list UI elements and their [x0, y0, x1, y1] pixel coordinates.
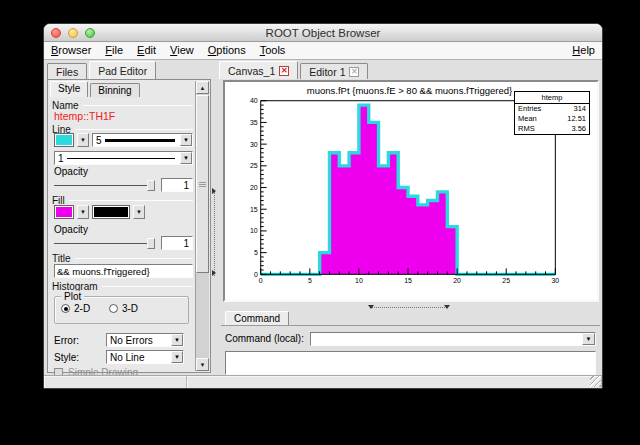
fill-opacity-label: Opacity	[54, 224, 88, 235]
radio-2d[interactable]: 2-D	[61, 303, 90, 314]
splitter-arrow-icon[interactable]	[212, 188, 216, 194]
svg-text:25: 25	[250, 162, 258, 169]
root-canvas[interactable]: 0510152025300510152025303540 muons.fPt {…	[223, 80, 599, 302]
slider-thumb[interactable]	[147, 238, 155, 249]
object-name-label: htemp::TH1F	[54, 110, 115, 122]
scrollbar-thumb[interactable]	[196, 95, 209, 273]
svg-text:25: 25	[502, 277, 510, 284]
canvas-panel: Canvas_1 ✕ Editor 1 ✕ 051015202530051015…	[219, 61, 600, 373]
line-style-combobox[interactable]: 1 ▼	[54, 151, 193, 165]
stats-row: RMS3.56	[515, 124, 589, 134]
title-group-header: Title	[52, 253, 193, 264]
chevron-down-icon: ▼	[80, 209, 86, 215]
close-tab-icon: ✕	[349, 67, 359, 77]
scroll-up-button[interactable]: ▲	[196, 81, 209, 94]
chevron-down-icon: ▼	[136, 209, 142, 215]
menu-browser[interactable]: Browser	[44, 44, 98, 56]
radio-3d[interactable]: 3-D	[109, 303, 138, 314]
command-output-area[interactable]	[225, 351, 596, 375]
splitter-arrow-icon[interactable]	[444, 305, 450, 309]
window-title: ROOT Object Browser	[44, 24, 602, 42]
line-opacity-label: Opacity	[54, 166, 88, 177]
menu-view[interactable]: View	[163, 44, 201, 56]
menu-tools[interactable]: Tools	[253, 44, 293, 56]
chevron-down-icon: ▼	[171, 351, 183, 363]
svg-text:5: 5	[308, 277, 312, 284]
splitter-arrow-icon[interactable]	[212, 270, 216, 276]
line-color-swatch[interactable]	[54, 133, 74, 147]
line-opacity-value[interactable]	[161, 178, 193, 192]
scroll-down-button[interactable]: ▼	[196, 358, 209, 371]
title-field[interactable]	[54, 264, 193, 278]
chevron-down-icon: ▼	[171, 334, 183, 346]
svg-text:0: 0	[254, 271, 258, 278]
chevron-down-icon: ▼	[180, 152, 192, 164]
svg-text:10: 10	[355, 277, 363, 284]
style-label: Style:	[54, 352, 96, 363]
vertical-splitter[interactable]	[211, 60, 219, 375]
svg-text:15: 15	[404, 277, 412, 284]
svg-text:20: 20	[250, 184, 258, 191]
fill-color-dropdown-button[interactable]: ▼	[77, 205, 89, 219]
svg-text:20: 20	[453, 277, 461, 284]
triangle-down-icon: ▼	[200, 362, 206, 368]
splitter-dots	[214, 192, 215, 276]
fill-pattern-dropdown-button[interactable]: ▼	[133, 205, 145, 219]
resize-grip[interactable]	[590, 376, 601, 387]
stats-title: htemp	[515, 92, 589, 104]
menu-help[interactable]: Help	[565, 42, 602, 59]
status-cell-right	[187, 376, 602, 388]
horizontal-splitter[interactable]	[219, 303, 600, 311]
slider-thumb[interactable]	[147, 180, 155, 191]
command-local-label: Command (local):	[225, 333, 304, 344]
chevron-down-icon: ▼	[582, 333, 595, 345]
left-panel-scrollbar[interactable]: ▲ ▼	[195, 81, 209, 371]
line-opacity-slider[interactable]	[54, 185, 155, 186]
command-combobox[interactable]: ▼	[310, 332, 596, 346]
tab-binning[interactable]: Binning	[90, 83, 139, 97]
minimize-window-button[interactable]	[68, 28, 78, 38]
root-browser-window: ROOT Object Browser BrowserFileEditViewO…	[43, 23, 603, 389]
histogram-style-combobox[interactable]: No Line ▼	[106, 350, 184, 364]
fill-color-swatch[interactable]	[54, 205, 74, 219]
menu-edit[interactable]: Edit	[130, 44, 163, 56]
radio-icon	[109, 304, 118, 313]
status-cell-left	[44, 376, 187, 388]
close-tab-icon[interactable]: ✕	[279, 66, 289, 76]
zoom-window-button[interactable]	[85, 28, 95, 38]
tab-command[interactable]: Command	[225, 311, 289, 325]
plot-fieldset: Plot 2-D 3-D	[54, 296, 189, 324]
fill-opacity-value[interactable]	[161, 236, 193, 250]
left-panel: Files Pad Editor Style Binning Name htem…	[47, 61, 211, 373]
fill-opacity-slider[interactable]	[54, 243, 155, 244]
fill-pattern-swatch[interactable]	[92, 205, 130, 219]
svg-text:15: 15	[250, 206, 258, 213]
plot-legend: Plot	[61, 291, 84, 302]
stats-box[interactable]: htemp Entries314Mean12.51RMS3.56	[514, 91, 590, 135]
stats-row: Entries314	[515, 104, 589, 114]
tab-editor-1[interactable]: Editor 1 ✕	[300, 63, 368, 79]
line-color-dropdown-button[interactable]: ▼	[77, 133, 89, 147]
menu-options[interactable]: Options	[201, 44, 253, 56]
tab-pad-editor[interactable]: Pad Editor	[89, 61, 156, 79]
command-input[interactable]	[311, 333, 582, 345]
svg-text:5: 5	[254, 249, 258, 256]
splitter-dots	[371, 307, 447, 308]
grip-icon	[199, 182, 206, 187]
tab-style[interactable]: Style	[50, 81, 88, 97]
svg-text:40: 40	[250, 97, 258, 104]
tab-canvas-1[interactable]: Canvas_1 ✕	[219, 61, 298, 79]
chevron-down-icon: ▼	[80, 137, 86, 143]
error-combobox[interactable]: No Errors ▼	[106, 333, 184, 347]
menu-file[interactable]: File	[98, 44, 130, 56]
menu-bar: BrowserFileEditViewOptionsTools Help	[44, 42, 602, 60]
main-area: Files Pad Editor Style Binning Name htem…	[44, 60, 602, 375]
title-bar[interactable]: ROOT Object Browser	[44, 24, 602, 42]
chevron-down-icon: ▼	[180, 134, 192, 146]
status-bar	[44, 375, 602, 388]
tab-files[interactable]: Files	[47, 63, 87, 79]
close-window-button[interactable]	[51, 28, 61, 38]
line-width-combobox[interactable]: 5 ▼	[92, 133, 193, 147]
radio-icon	[61, 304, 70, 313]
splitter-arrow-icon[interactable]	[368, 305, 374, 309]
